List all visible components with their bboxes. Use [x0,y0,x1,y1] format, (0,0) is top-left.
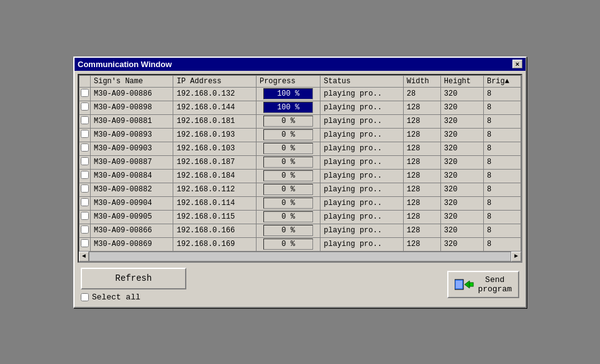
progress-text: 0 % [281,144,295,153]
cell-ip: 192.168.0.103 [173,142,256,155]
row-checkbox[interactable] [81,239,89,247]
select-all-label: Select all [92,293,140,302]
cell-progress: 0 % [256,128,320,142]
cell-height: 320 [440,210,483,224]
col-ip: IP Address [173,75,256,87]
refresh-button[interactable]: Refresh [81,268,186,289]
progress-bar: 0 % [263,157,313,168]
row-checkbox[interactable] [81,102,89,111]
cell-progress: 100 % [256,87,320,101]
row-checkbox[interactable] [81,89,89,97]
cell-brig: 8 [483,142,520,155]
progress-text: 100 % [277,103,299,112]
progress-text: 0 % [281,212,295,221]
cell-height: 320 [440,224,483,237]
col-width: Width [403,75,440,87]
cell-status: playing pro.. [320,237,403,251]
col-status: Status [320,75,403,87]
communication-window: Communication Window × Sign's Name IP Ad… [73,57,527,308]
table-row: M30-A09-00884192.168.0.1840 %playing pro… [80,169,521,183]
table-row: M30-A09-00886192.168.0.132100 %playing p… [80,87,521,101]
cell-progress: 0 % [256,210,320,224]
row-checkbox[interactable] [81,116,89,124]
table-row: M30-A09-00869192.168.0.1690 %playing pro… [80,237,521,251]
row-checkbox[interactable] [81,212,89,220]
send-program-button[interactable]: Sendprogram [447,271,519,298]
row-checkbox-cell [80,183,91,196]
cell-name: M30-A09-00882 [91,183,173,196]
cell-ip: 192.168.0.112 [173,183,256,196]
cell-status: playing pro.. [320,128,403,142]
table-row: M30-A09-00882192.168.0.1120 %playing pro… [80,183,521,196]
cell-ip: 192.168.0.169 [173,237,256,251]
svg-rect-1 [456,281,462,288]
close-button[interactable]: × [512,60,522,68]
scroll-left-button[interactable]: ◄ [79,252,89,262]
row-checkbox[interactable] [81,198,89,206]
send-program-icon [455,277,475,292]
col-brig: Brig▲ [483,75,520,87]
table-row: M30-A09-00905192.168.0.1150 %playing pro… [80,210,521,224]
cell-width: 128 [403,224,440,237]
progress-bar: 0 % [263,116,313,127]
cell-name: M30-A09-00866 [91,224,173,237]
cell-name: M30-A09-00893 [91,128,173,142]
horizontal-scrollbar[interactable]: ◄ ► [79,252,521,262]
row-checkbox-cell [80,169,91,183]
cell-width: 128 [403,237,440,251]
cell-progress: 0 % [256,169,320,183]
row-checkbox[interactable] [81,130,89,138]
progress-text: 0 % [281,158,295,166]
table-row: M30-A09-00887192.168.0.1870 %playing pro… [80,155,521,169]
cell-height: 320 [440,142,483,155]
cell-height: 320 [440,101,483,114]
cell-height: 320 [440,196,483,210]
cell-height: 320 [440,128,483,142]
cell-brig: 8 [483,183,520,196]
cell-brig: 8 [483,169,520,183]
scroll-track[interactable] [89,252,511,262]
row-checkbox[interactable] [81,171,89,179]
row-checkbox[interactable] [81,143,89,152]
send-program-label: Sendprogram [478,275,512,294]
cell-width: 128 [403,196,440,210]
table-body: M30-A09-00886192.168.0.132100 %playing p… [80,87,521,251]
cell-width: 128 [403,169,440,183]
progress-text: 0 % [281,171,295,180]
cell-ip: 192.168.0.114 [173,196,256,210]
row-checkbox-cell [80,155,91,169]
window-title: Communication Window [78,60,172,69]
cell-ip: 192.168.0.193 [173,128,256,142]
cell-height: 320 [440,87,483,101]
progress-bar: 0 % [263,184,313,195]
cell-width: 128 [403,155,440,169]
cell-progress: 0 % [256,196,320,210]
cell-name: M30-A09-00869 [91,237,173,251]
cell-status: playing pro.. [320,169,403,183]
select-all-checkbox[interactable] [81,293,89,301]
cell-name: M30-A09-00903 [91,142,173,155]
cell-width: 28 [403,87,440,101]
row-checkbox[interactable] [81,157,89,165]
cell-ip: 192.168.0.144 [173,101,256,114]
scroll-right-button[interactable]: ► [511,252,521,262]
cell-width: 128 [403,183,440,196]
row-checkbox[interactable] [81,184,89,193]
row-checkbox-cell [80,237,91,251]
cell-status: playing pro.. [320,210,403,224]
progress-bar: 100 % [263,102,313,113]
cell-width: 128 [403,114,440,128]
cell-status: playing pro.. [320,183,403,196]
row-checkbox[interactable] [81,225,89,234]
title-bar-controls: × [512,60,522,68]
row-checkbox-cell [80,101,91,114]
cell-ip: 192.168.0.184 [173,169,256,183]
table-scroll-wrapper[interactable]: Sign's Name IP Address Progress Status W… [79,75,521,252]
cell-status: playing pro.. [320,142,403,155]
cell-progress: 0 % [256,114,320,128]
progress-bar: 0 % [263,129,313,140]
cell-ip: 192.168.0.132 [173,87,256,101]
cell-brig: 8 [483,155,520,169]
cell-name: M30-A09-00905 [91,210,173,224]
cell-status: playing pro.. [320,114,403,128]
